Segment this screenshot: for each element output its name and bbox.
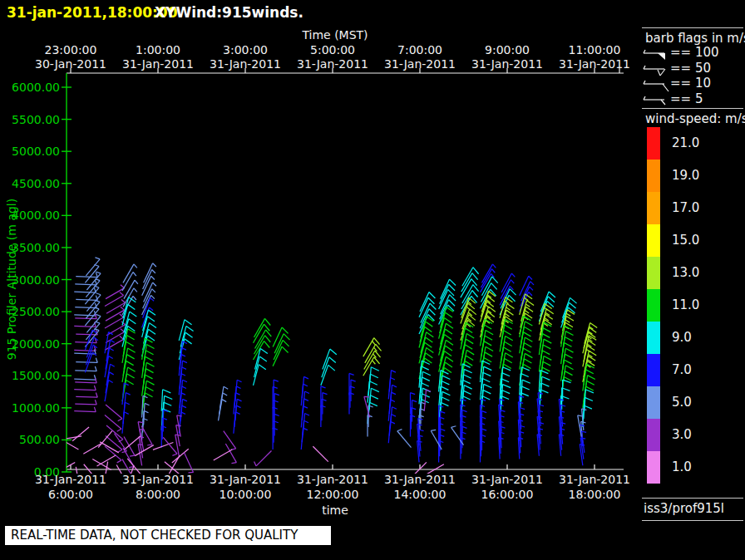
plot-line [544, 339, 551, 343]
plot-line [146, 369, 153, 373]
plot-line [151, 295, 155, 298]
plot-line [392, 407, 397, 410]
wind-barb [274, 394, 279, 415]
wind-barb [303, 391, 309, 413]
wind-barb [521, 353, 533, 375]
wind-barb [74, 407, 96, 412]
plot-line [127, 355, 135, 359]
plot-line [363, 338, 374, 357]
plot-line [111, 364, 115, 366]
plot-line [264, 341, 270, 347]
plot-line [371, 367, 379, 371]
plot-line [144, 263, 153, 283]
bottom-tick-time-label: 14:00:00 [394, 488, 447, 501]
plot-line [493, 264, 496, 268]
altitude-tick-label: 4000.00 [7, 209, 60, 222]
top-tick-date-label: 31-Jan-2011 [559, 57, 630, 71]
wind-barb [389, 371, 396, 392]
plot-line [363, 357, 374, 376]
plot-line [76, 277, 97, 278]
bottom-tick-date-label: 31-Jan-2011 [559, 473, 630, 486]
wind-barb [100, 442, 119, 453]
colorbar-segment [647, 257, 660, 289]
plot-line [465, 361, 472, 366]
plot-line [542, 367, 550, 371]
plot-line [365, 344, 376, 363]
plot-line [511, 273, 515, 277]
plot-line [371, 388, 379, 391]
colorbar-value-label: 3.0 [672, 427, 692, 442]
plot-line [564, 342, 571, 346]
plot-line [530, 282, 534, 285]
plot-line [430, 303, 436, 309]
plot-line [462, 410, 467, 411]
colorbar-segment [647, 192, 660, 224]
plot-line [565, 348, 573, 352]
plot-line [472, 290, 478, 297]
plot-line [411, 393, 416, 395]
colorbar-segment [647, 451, 660, 484]
wind-barb [424, 390, 431, 411]
top-tick-date-label: 31-Jan-2011 [122, 57, 194, 71]
altitude-tick-label: 500.00 [7, 433, 60, 446]
plot-line [163, 390, 171, 393]
plot-line [544, 356, 551, 360]
plot-line [330, 349, 337, 355]
plot-line [369, 381, 377, 385]
plot-line [507, 303, 515, 308]
plot-line [351, 380, 356, 381]
plot-line [431, 430, 436, 430]
plot-line [506, 310, 514, 315]
plot-line [133, 272, 136, 276]
plot-line [520, 276, 529, 296]
wind-barb [124, 437, 135, 457]
plot-line [111, 340, 115, 342]
plot-line [429, 292, 435, 298]
plot-line [565, 332, 573, 336]
bottom-tick-date-label: 31-Jan-2011 [35, 473, 106, 486]
altitude-tick-label: 6000.00 [7, 81, 60, 94]
plot-line [502, 385, 511, 388]
plot-line [590, 327, 597, 332]
plot-line [127, 335, 135, 339]
plot-line [466, 339, 473, 344]
bottom-tick-time-label: 10:00:00 [220, 488, 272, 501]
top-tick-time-label: 9:00:00 [485, 43, 530, 56]
plot-line [422, 377, 430, 381]
plot-line [124, 393, 126, 415]
plot-line [520, 408, 525, 410]
wind-profiler-display: 31-jan-2011,18:00:00 XYWind:915winds. Ti… [0, 0, 745, 560]
wind-barb [144, 403, 150, 425]
wind-barb [235, 399, 242, 420]
plot-line [441, 429, 446, 430]
plot-line [146, 362, 154, 366]
plot-line [282, 327, 288, 333]
plot-line [541, 383, 550, 386]
colorbar-value-label: 15.0 [672, 233, 699, 248]
wind-barb [390, 385, 397, 406]
plot-line [462, 268, 473, 287]
separator-line [642, 498, 743, 499]
plot-line [349, 373, 354, 375]
plot-line [146, 381, 154, 385]
bottom-tick-date-label: 31-Jan-2011 [297, 473, 368, 486]
plot-line [482, 396, 491, 400]
plot-line [121, 299, 126, 302]
wind-barb [214, 449, 233, 460]
plot-line [146, 351, 153, 355]
plot-line [148, 329, 155, 334]
plot-line [128, 326, 136, 331]
plot-line [106, 436, 122, 450]
plot-line [148, 310, 155, 315]
wind-barb [521, 380, 530, 401]
quality-banner-text: REAL-TIME DATA, NOT CHECKED FOR QUALITY [5, 526, 331, 545]
barb-legend-label: == 50 [670, 61, 711, 76]
top-tick-time-label: 11:00:00 [569, 43, 621, 56]
plot-line [152, 270, 155, 273]
plot-line [254, 356, 260, 377]
plot-line [466, 307, 471, 310]
colorbar-value-label: 17.0 [672, 200, 699, 215]
colorbar-value-label: 5.0 [672, 395, 692, 410]
plot-line [543, 345, 550, 349]
wind-barb [235, 380, 242, 401]
